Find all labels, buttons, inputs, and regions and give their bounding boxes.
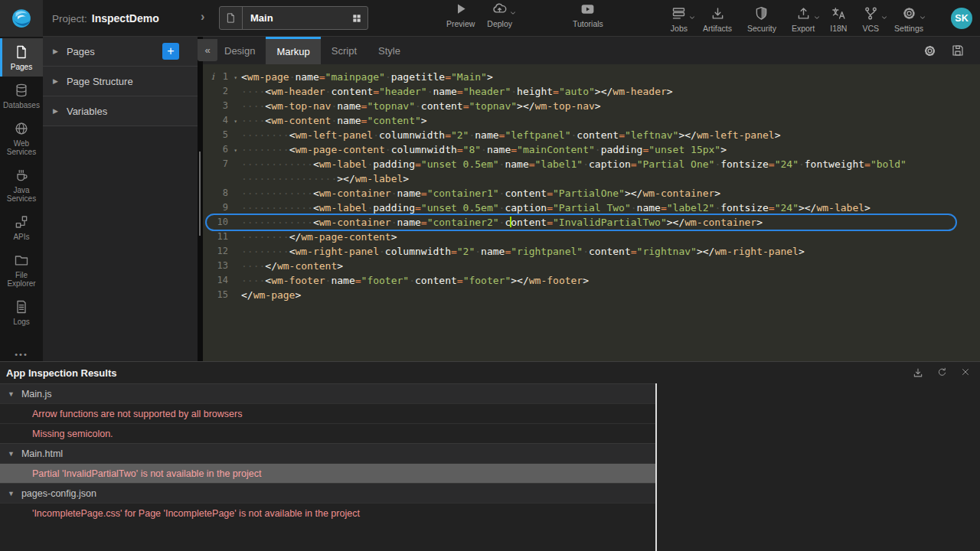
grid-icon[interactable] <box>351 13 362 24</box>
code-line-13[interactable]: 13····</wm-content> <box>203 259 980 273</box>
fold-caret-icon[interactable]: ▾ <box>234 143 237 158</box>
line-number: 11 <box>203 230 241 244</box>
explorer-section-pages[interactable]: ▶Pages+ <box>43 37 198 67</box>
panel-resize-divider[interactable] <box>198 37 203 361</box>
inspection-issue[interactable]: Missing semicolon. <box>0 423 655 443</box>
download-icon[interactable] <box>912 367 924 379</box>
caret-down-icon[interactable]: ▼ <box>8 390 15 398</box>
sidebar-item-apis[interactable]: APIs <box>0 208 43 246</box>
code-text: ········<wm-left-panel·columnwidth="2"·n… <box>241 128 780 142</box>
code-area[interactable]: i1▾<wm-page·name="mainpage"·pagetitle="M… <box>203 64 980 361</box>
chevron-down-icon[interactable] <box>813 14 821 21</box>
code-line-5[interactable]: 5········<wm-left-panel·columnwidth="2"·… <box>203 128 980 142</box>
editor-settings-gear-icon[interactable] <box>923 44 937 58</box>
line-number: 8 <box>203 186 241 201</box>
explorer-section-variables[interactable]: ▶Variables <box>43 96 198 126</box>
code-line-1[interactable]: i1▾<wm-page·name="mainpage"·pagetitle="M… <box>203 70 980 84</box>
caret-right-icon[interactable]: ▶ <box>53 47 58 55</box>
code-line-11[interactable]: 11········</wm-page-content> <box>203 230 980 244</box>
settings-button[interactable]: Settings <box>894 5 923 33</box>
caret-right-icon[interactable]: ▶ <box>53 77 58 85</box>
i18n-button[interactable]: I18N <box>830 5 847 33</box>
sidebar-item-file-explorer[interactable]: File Explorer <box>0 246 43 293</box>
code-text: ····</wm-content> <box>241 259 343 273</box>
collapse-panel-button[interactable]: « <box>198 39 217 61</box>
preview-button[interactable]: Preview <box>446 0 475 28</box>
line-number: 2 <box>203 84 241 99</box>
tutorials-button[interactable]: Tutorials <box>573 0 603 28</box>
inspection-toolbar <box>912 367 980 379</box>
deploy-button[interactable]: Deploy <box>487 0 512 28</box>
caret-down-icon[interactable]: ▼ <box>8 450 15 458</box>
inspection-issue[interactable]: Arrow functions are not supported by all… <box>0 403 655 423</box>
code-line-14[interactable]: 14····<wm-footer·name="footer"·content="… <box>203 273 980 288</box>
code-line-10[interactable]: 10············<wm-container·name="contai… <box>203 215 980 230</box>
tab-style[interactable]: Style <box>368 37 411 64</box>
refresh-icon[interactable] <box>936 367 948 379</box>
jobs-button[interactable]: Jobs <box>671 5 688 33</box>
action-label: VCS <box>862 24 879 33</box>
user-avatar[interactable]: SK <box>951 8 972 29</box>
doc-icon <box>14 299 29 315</box>
group-file-name: pages-config.json <box>21 488 96 499</box>
code-text: ········<wm-page-content·columnwidth="8"… <box>241 142 727 157</box>
caret-right-icon[interactable]: ▶ <box>53 107 58 115</box>
app-body: PagesDatabasesWeb ServicesJava ServicesA… <box>0 37 980 361</box>
fold-caret-icon[interactable]: ▾ <box>234 114 237 129</box>
inspection-group-main-html[interactable]: ▼Main.html <box>0 443 655 463</box>
code-text: ············<wm-label·padding="unset 0.5… <box>241 201 871 215</box>
chevron-down-icon[interactable] <box>919 14 926 21</box>
section-label: Page Structure <box>67 76 133 87</box>
code-line-15[interactable]: 15</wm-page> <box>203 288 980 302</box>
save-icon[interactable] <box>951 44 965 57</box>
app-logo[interactable] <box>0 0 43 37</box>
line-number: 10 <box>203 215 241 230</box>
sidebar-item-web-services[interactable]: Web Services <box>0 115 43 161</box>
code-text: <wm-page·name="mainpage"·pagetitle="Main… <box>241 70 493 84</box>
action-label: Security <box>747 24 776 33</box>
security-button[interactable]: Security <box>747 5 776 33</box>
sidebar-item-java-services[interactable]: Java Services <box>0 161 43 208</box>
chevron-down-icon[interactable] <box>880 14 888 21</box>
chevron-down-icon[interactable] <box>509 9 517 17</box>
add-page-button[interactable]: + <box>162 43 179 60</box>
page-selector[interactable]: Main <box>219 6 368 30</box>
code-line-3[interactable]: 3····<wm-top-nav·name="topnav"·content="… <box>203 99 980 113</box>
code-text: </wm-page> <box>241 288 301 302</box>
list-detail-divider[interactable] <box>655 383 657 551</box>
close-icon[interactable] <box>960 367 971 379</box>
sidebar-item-logs[interactable]: Logs <box>0 293 43 331</box>
action-label: Tutorials <box>573 19 603 28</box>
fold-caret-icon[interactable]: ▾ <box>234 70 237 85</box>
vcs-button[interactable]: VCS <box>862 5 879 33</box>
inspection-issue[interactable]: Partial 'InvalidPartialTwo' is not avail… <box>0 463 655 483</box>
artifacts-button[interactable]: Artifacts <box>703 5 732 33</box>
line-number: 6▾ <box>203 142 241 157</box>
sidebar-item-databases[interactable]: Databases <box>0 77 43 115</box>
code-line-4[interactable]: 4▾····<wm-content·name="content"> <box>203 113 980 128</box>
tab-markup[interactable]: Markup <box>266 37 320 64</box>
tab-design[interactable]: Design <box>214 37 266 64</box>
line-number: 13 <box>203 259 241 273</box>
action-label: Preview <box>446 19 475 28</box>
top-bar: Project: InspectDemo › Main PreviewDeplo… <box>0 0 980 37</box>
code-line-7[interactable]: 7············<wm-label·padding="unset 0.… <box>203 157 980 171</box>
code-line-2[interactable]: 2····<wm-header·content="header"·name="h… <box>203 84 980 99</box>
tab-script[interactable]: Script <box>321 37 368 64</box>
code-line-12[interactable]: 12········<wm-right-panel·columnwidth="2… <box>203 244 980 259</box>
chevron-down-icon[interactable] <box>688 14 696 21</box>
code-line-9[interactable]: 9············<wm-label·padding="unset 0.… <box>203 201 980 215</box>
inspection-issue[interactable]: 'IncompletePage.css' for Page 'Incomplet… <box>0 503 655 523</box>
sidebar-item-pages[interactable]: Pages <box>0 38 43 77</box>
code-line-wrap[interactable]: ················></wm-label> <box>203 171 980 186</box>
explorer-section-page-structure[interactable]: ▶Page Structure <box>43 67 198 96</box>
inspection-group-main-js[interactable]: ▼Main.js <box>0 383 655 403</box>
code-line-8[interactable]: 8············<wm-container·name="contain… <box>203 186 980 201</box>
scrollbar-thumb[interactable] <box>199 152 201 236</box>
gear-icon <box>901 5 917 21</box>
export-button[interactable]: Export <box>792 5 815 33</box>
inspection-group-pages-config-json[interactable]: ▼pages-config.json <box>0 483 655 503</box>
page-selector-value: Main <box>250 12 273 24</box>
code-line-6[interactable]: 6▾········<wm-page-content·columnwidth="… <box>203 142 980 157</box>
caret-down-icon[interactable]: ▼ <box>8 490 15 497</box>
